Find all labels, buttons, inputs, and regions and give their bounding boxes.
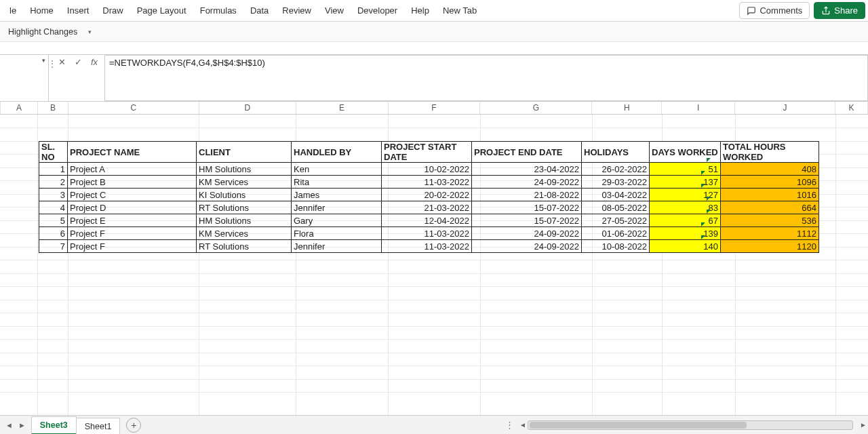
tab-home[interactable]: Home <box>23 1 60 20</box>
cell[interactable]: KM Services <box>197 176 292 189</box>
col-header-I[interactable]: I <box>662 102 735 114</box>
cell[interactable]: 10-02-2022 <box>382 163 472 176</box>
tab-insert[interactable]: Insert <box>60 1 96 20</box>
cell[interactable]: Project F <box>68 240 197 253</box>
add-sheet-button[interactable]: + <box>126 418 141 433</box>
cell[interactable]: HM Solutions <box>197 214 292 227</box>
col-header-G[interactable]: G <box>480 102 592 114</box>
name-box[interactable]: ▾ <box>0 57 45 64</box>
cell[interactable]: 11-03-2022 <box>382 240 472 253</box>
cell[interactable]: 4 <box>39 201 68 214</box>
cell[interactable]: Project B <box>68 176 197 189</box>
cell-hours[interactable]: 408 <box>721 163 819 176</box>
tab-new-tab[interactable]: New Tab <box>436 1 484 20</box>
cell[interactable]: Ken <box>292 163 382 176</box>
cell[interactable]: 10-08-2022 <box>582 240 650 253</box>
share-button[interactable]: Share <box>814 2 865 19</box>
cell[interactable]: Jennifer <box>292 240 382 253</box>
sheet-tab-active[interactable]: Sheet3 <box>31 416 77 434</box>
formula-bar-separator[interactable]: ⋮ <box>49 55 56 101</box>
cell[interactable]: 26-02-2022 <box>582 163 650 176</box>
cell[interactable]: 24-09-2022 <box>472 227 582 240</box>
cell[interactable]: Project E <box>68 214 197 227</box>
cell[interactable]: Gary <box>292 214 382 227</box>
insert-function-button[interactable]: fx <box>88 57 100 68</box>
cell[interactable]: KI Solutions <box>197 189 292 201</box>
cell[interactable]: 15-07-2022 <box>472 201 582 214</box>
cell[interactable]: Flora <box>292 227 382 240</box>
th-holiday[interactable]: HOLIDAYS <box>582 142 650 163</box>
cell-days[interactable]: 51 <box>650 163 721 176</box>
sheet-nav-prev[interactable]: ◄ <box>5 421 13 429</box>
scrollbar-thumb[interactable] <box>530 422 747 429</box>
cell[interactable]: 12-04-2022 <box>382 214 472 227</box>
th-handled[interactable]: HANDLED BY <box>292 142 382 163</box>
tab-view[interactable]: View <box>318 1 351 20</box>
cell[interactable]: 27-05-2022 <box>582 214 650 227</box>
th-client[interactable]: CLIENT <box>197 142 292 163</box>
tab-page-layout[interactable]: Page Layout <box>130 1 193 20</box>
tab-draw[interactable]: Draw <box>96 1 130 20</box>
col-header-H[interactable]: H <box>592 102 662 114</box>
cell[interactable]: RT Solutions <box>197 240 292 253</box>
sheet-nav-next[interactable]: ► <box>18 421 26 429</box>
sheet-tab[interactable]: Sheet1 <box>76 418 121 434</box>
formula-input[interactable]: =NETWORKDAYS(F4,G4,$H$4:$H$10) <box>104 55 868 101</box>
cell[interactable]: 7 <box>39 240 68 253</box>
th-start[interactable]: PROJECT START DATE <box>382 142 472 163</box>
cell[interactable]: RT Solutions <box>197 201 292 214</box>
th-slno[interactable]: SL. NO <box>39 142 68 163</box>
col-header-K[interactable]: K <box>835 102 868 114</box>
cell-hours[interactable]: 1016 <box>721 189 819 201</box>
cell[interactable]: Rita <box>292 176 382 189</box>
col-header-D[interactable]: D <box>199 102 296 114</box>
cell[interactable]: 11-03-2022 <box>382 176 472 189</box>
cell[interactable]: 2 <box>39 176 68 189</box>
scroll-left-button[interactable]: ◄ <box>518 421 528 429</box>
cell-hours[interactable]: 1112 <box>721 227 819 240</box>
cell[interactable]: 21-03-2022 <box>382 201 472 214</box>
cell[interactable]: 5 <box>39 214 68 227</box>
cell-days[interactable]: 140 <box>650 240 721 253</box>
col-header-E[interactable]: E <box>296 102 389 114</box>
col-header-C[interactable]: C <box>68 102 199 114</box>
cell[interactable]: 20-02-2022 <box>382 189 472 201</box>
col-header-A[interactable]: A <box>1 102 38 114</box>
scroll-right-button[interactable]: ► <box>859 421 868 429</box>
accept-formula-button[interactable]: ✓ <box>72 57 84 67</box>
cell-hours[interactable]: 536 <box>721 214 819 227</box>
col-header-B[interactable]: B <box>38 102 68 114</box>
cell-hours[interactable]: 664 <box>721 201 819 214</box>
cell[interactable]: 01-06-2022 <box>582 227 650 240</box>
cell[interactable]: Project C <box>68 189 197 201</box>
cell-hours[interactable]: 1120 <box>721 240 819 253</box>
cell[interactable]: 1 <box>39 163 68 176</box>
cell-days[interactable]: 139 <box>650 227 721 240</box>
chevron-down-icon[interactable]: ▾ <box>42 57 45 64</box>
cell[interactable]: 15-07-2022 <box>472 214 582 227</box>
cell[interactable]: Project A <box>68 163 197 176</box>
tab-data[interactable]: Data <box>243 1 275 20</box>
col-header-F[interactable]: F <box>389 102 481 114</box>
statusbar-options[interactable]: ⋮ <box>501 420 518 430</box>
subribbon-dropdown[interactable]: ▾ <box>83 28 97 35</box>
cell[interactable]: 24-09-2022 <box>472 240 582 253</box>
cell-days[interactable]: 137 <box>650 176 721 189</box>
cell[interactable]: 3 <box>39 189 68 201</box>
cell[interactable]: 21-08-2022 <box>472 189 582 201</box>
cell[interactable]: 03-04-2022 <box>582 189 650 201</box>
cell[interactable]: 11-03-2022 <box>382 227 472 240</box>
cell[interactable]: HM Solutions <box>197 163 292 176</box>
cancel-formula-button[interactable]: ✕ <box>56 57 68 67</box>
cell[interactable]: Project F <box>68 227 197 240</box>
cell-days[interactable]: 67 <box>650 214 721 227</box>
cell[interactable]: 24-09-2022 <box>472 176 582 189</box>
tab-help[interactable]: Help <box>404 1 436 20</box>
th-project[interactable]: PROJECT NAME <box>68 142 197 163</box>
cell[interactable]: KM Services <box>197 227 292 240</box>
col-header-J[interactable]: J <box>735 102 835 114</box>
tab-file[interactable]: le <box>3 1 23 20</box>
cell[interactable]: James <box>292 189 382 201</box>
tab-developer[interactable]: Developer <box>351 1 404 20</box>
highlight-changes-button[interactable]: Highlight Changes <box>3 27 83 37</box>
